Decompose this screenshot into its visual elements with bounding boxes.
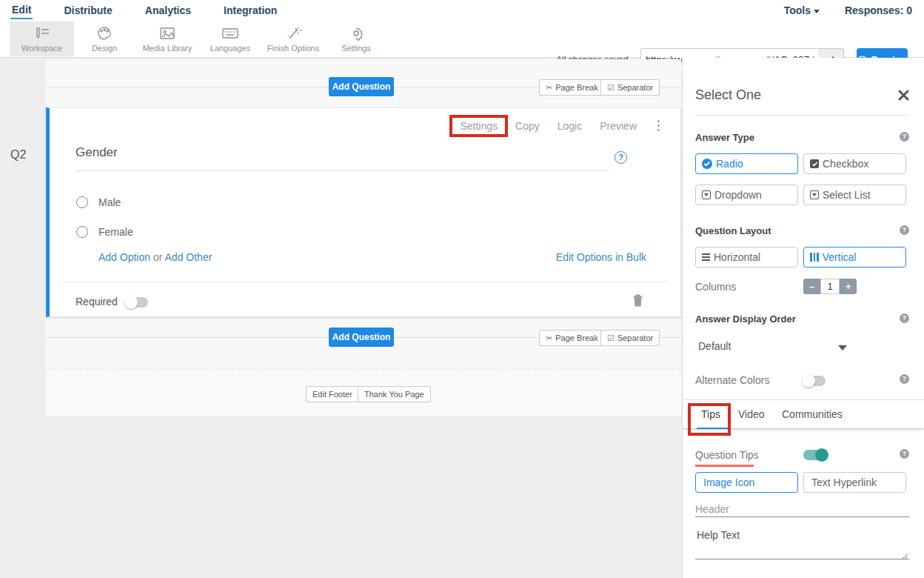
- image-icon-button[interactable]: Image Icon: [695, 472, 798, 493]
- toolbar-tab-media-library[interactable]: Media Library: [138, 21, 197, 56]
- scissors-icon: ✂: [546, 83, 552, 93]
- toolbar-tab-languages[interactable]: Languages: [206, 21, 255, 56]
- page-break-button[interactable]: ✂ Page Break: [539, 79, 605, 96]
- questionpro-editor: Edit Distribute Analytics Integration To…: [0, 0, 924, 578]
- help-icon[interactable]: ?: [900, 374, 909, 384]
- edit-footer-button[interactable]: Edit Footer: [306, 386, 359, 402]
- delete-question-icon[interactable]: [632, 293, 643, 310]
- question-help-icon[interactable]: ?: [615, 151, 627, 164]
- toolbar-tab-finish-options[interactable]: Finish Options: [264, 21, 323, 56]
- columns-value[interactable]: 1: [820, 279, 840, 294]
- dropdown-box-icon: [702, 190, 711, 199]
- question-actions: Settings Copy Logic Preview: [460, 119, 663, 133]
- chevron-down-icon: [814, 10, 820, 13]
- required-label: Required: [76, 296, 118, 308]
- resize-handle-icon[interactable]: [901, 550, 908, 563]
- vertical-bars-icon: [810, 253, 819, 262]
- layout-horizontal[interactable]: Horizontal: [695, 247, 798, 268]
- toolbar-tab-workspace[interactable]: Workspace: [10, 21, 74, 56]
- help-text-label: Help Text: [697, 529, 740, 541]
- page-break-button[interactable]: ✂ Page Break: [539, 330, 605, 346]
- workspace-icon: [10, 26, 74, 42]
- separator-button[interactable]: ☑ Separator: [600, 79, 660, 96]
- add-other-link[interactable]: Add Other: [165, 251, 212, 263]
- annotation-red-box-settings: Settings: [449, 115, 508, 137]
- tab-communities[interactable]: Communities: [782, 408, 843, 420]
- question-logic-button[interactable]: Logic: [558, 120, 582, 132]
- question-copy-button[interactable]: Copy: [515, 120, 540, 132]
- question-tips-toggle[interactable]: [803, 450, 827, 460]
- gear-icon: [333, 26, 379, 42]
- alternate-colors-label: Alternate Colors: [695, 374, 769, 386]
- tools-menu[interactable]: Tools: [784, 4, 820, 16]
- nav-distribute[interactable]: Distribute: [62, 3, 113, 19]
- radio-button[interactable]: [76, 226, 88, 238]
- nav-integration[interactable]: Integration: [222, 3, 278, 19]
- question-preview-button[interactable]: Preview: [600, 120, 637, 132]
- panel-title: Select One: [695, 87, 761, 103]
- check-circle-icon: [702, 159, 712, 169]
- scissors-icon: ✂: [546, 333, 552, 343]
- nav-edit[interactable]: Edit: [10, 2, 33, 19]
- annotation-red-box-tips: [688, 403, 731, 436]
- answer-option-row: Male: [76, 196, 121, 208]
- add-question-button[interactable]: Add Question: [329, 328, 394, 347]
- question-card: Settings Copy Logic Preview Gender ? Mal…: [46, 107, 681, 317]
- question-number: Q2: [10, 148, 26, 162]
- answer-type-select-list[interactable]: Select List: [803, 185, 906, 205]
- help-text-textarea[interactable]: [695, 559, 909, 559]
- checkbox-icon: ☑: [607, 333, 615, 343]
- checkbox-icon: ☑: [607, 83, 615, 93]
- header-input[interactable]: [695, 501, 909, 517]
- separator-button[interactable]: ☑ Separator: [600, 330, 660, 346]
- alternate-colors-toggle[interactable]: [803, 376, 826, 386]
- answer-type-dropdown[interactable]: Dropdown: [695, 185, 798, 205]
- answer-display-order-label: Answer Display Order: [695, 313, 796, 325]
- chevron-down-icon[interactable]: [838, 345, 847, 351]
- answer-type-checkbox[interactable]: Checkbox: [803, 153, 906, 174]
- help-icon[interactable]: ?: [900, 132, 909, 142]
- option-label[interactable]: Female: [98, 226, 133, 238]
- required-toggle[interactable]: [126, 297, 148, 308]
- add-option-link[interactable]: Add Option: [98, 251, 150, 263]
- text-hyperlink-button[interactable]: Text Hyperlink: [803, 472, 906, 493]
- nav-analytics[interactable]: Analytics: [144, 3, 192, 19]
- display-order-select[interactable]: Default: [698, 340, 731, 352]
- question-title[interactable]: Gender: [76, 145, 118, 160]
- top-nav: Edit Distribute Analytics Integration To…: [0, 0, 924, 21]
- option-label[interactable]: Male: [98, 196, 121, 208]
- responses-count[interactable]: Responses: 0: [845, 4, 912, 16]
- more-options-icon[interactable]: [654, 119, 663, 133]
- dropdown-box-icon: [810, 190, 819, 199]
- panel-divider: [695, 115, 909, 116]
- keyboard-icon: [206, 26, 255, 42]
- add-question-button[interactable]: Add Question: [329, 77, 394, 96]
- thank-you-page-button[interactable]: Thank You Page: [358, 386, 431, 402]
- help-icon[interactable]: ?: [900, 313, 909, 323]
- survey-footer-area: Edit Footer Thank You Page: [46, 369, 681, 416]
- layout-vertical[interactable]: Vertical: [803, 247, 906, 268]
- edit-options-in-bulk-link[interactable]: Edit Options in Bulk: [556, 251, 646, 263]
- tab-video[interactable]: Video: [738, 408, 765, 420]
- help-icon[interactable]: ?: [900, 225, 909, 235]
- question-settings-button[interactable]: Settings: [460, 120, 498, 132]
- help-icon[interactable]: ?: [900, 449, 909, 459]
- editor-toolbar: Workspace Design Media Library Languages…: [0, 21, 924, 58]
- columns-label: Columns: [695, 281, 736, 293]
- annotation-red-underline: [695, 465, 754, 467]
- toolbar-tab-design[interactable]: Design: [81, 21, 127, 56]
- answer-option-row: Female: [76, 226, 133, 238]
- question-title-underline: [76, 170, 607, 171]
- answer-type-radio[interactable]: Radio: [695, 153, 798, 174]
- horizontal-lines-icon: [702, 253, 710, 261]
- toolbar-tab-settings[interactable]: Settings: [333, 21, 379, 56]
- card-divider: [61, 282, 670, 282]
- columns-stepper: – 1 +: [803, 279, 857, 294]
- plus-button[interactable]: +: [840, 279, 857, 294]
- question-layout-label: Question Layout: [695, 225, 771, 236]
- minus-button[interactable]: –: [803, 279, 820, 294]
- close-icon[interactable]: [898, 90, 909, 104]
- radio-button[interactable]: [76, 196, 88, 208]
- question-settings-panel: Select One Answer Type ? Radio Checkbox …: [682, 58, 924, 578]
- add-question-row-top: Add Question ✂ Page Break ☑ Separator: [46, 59, 681, 107]
